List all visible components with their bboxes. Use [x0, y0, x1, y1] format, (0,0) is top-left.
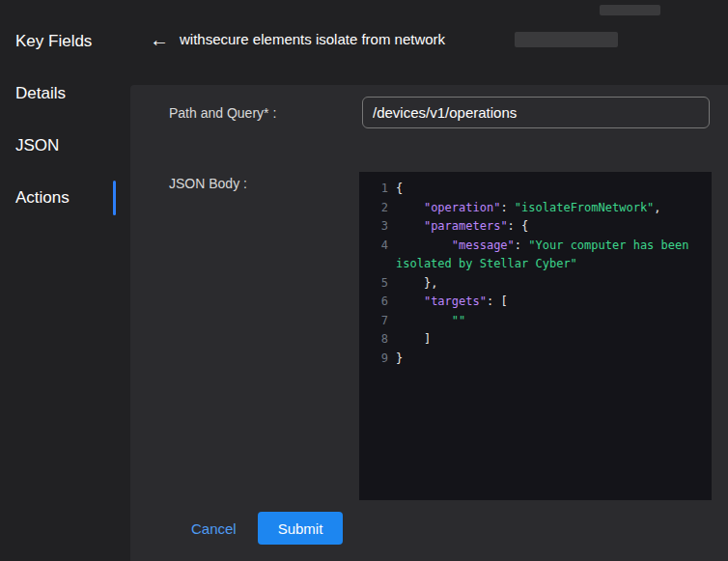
line-number: 3 [365, 217, 396, 237]
sidebar-item-label: Key Fields [15, 32, 92, 51]
line-number: 7 [365, 312, 396, 331]
code-line: 5 }, [365, 274, 704, 294]
code-text: "operation": "isolateFromNetwork", [396, 199, 704, 218]
code-text: "" [396, 312, 704, 331]
code-line: 2 "operation": "isolateFromNetwork", [365, 199, 704, 218]
code-text: "targets": [ [396, 293, 704, 312]
code-line: 7 "" [365, 312, 704, 331]
actions-panel: Path and Query* : JSON Body : 1{2 "opera… [130, 85, 728, 561]
line-number: 5 [365, 274, 396, 294]
json-body-label: JSON Body : [169, 176, 247, 191]
code-line: 9} [365, 350, 704, 369]
sidebar-item-label: Actions [15, 188, 70, 208]
code-text: { [396, 180, 704, 199]
line-number: 9 [365, 350, 396, 369]
redacted-block [600, 5, 660, 15]
sidebar-item-label: JSON [15, 136, 59, 155]
page-title: withsecure elements isolate from network [180, 31, 445, 47]
code-line: 1{ [365, 180, 704, 199]
line-number: 4 [365, 237, 396, 256]
header: ← withsecure elements isolate from netwo… [116, 0, 728, 85]
sidebar-item-label: Details [15, 84, 66, 103]
json-editor-content: 1{2 "operation": "isolateFromNetwork",3 … [365, 180, 704, 368]
json-body-editor[interactable]: 1{2 "operation": "isolateFromNetwork",3 … [359, 172, 712, 500]
line-number: 2 [365, 199, 396, 218]
active-tab-indicator [113, 181, 116, 215]
sidebar-item-actions[interactable]: Actions [0, 172, 116, 224]
line-number: 8 [365, 330, 396, 350]
back-arrow-icon[interactable]: ← [147, 27, 172, 52]
submit-button[interactable]: Submit [258, 512, 343, 545]
sidebar-item-key-fields[interactable]: Key Fields [0, 15, 116, 68]
code-text: "parameters": { [396, 217, 704, 237]
path-query-input[interactable] [362, 97, 710, 128]
path-query-label: Path and Query* : [169, 105, 276, 121]
line-number: 1 [365, 180, 396, 199]
code-line: 6 "targets": [ [365, 293, 704, 312]
code-line: 4 "message": "Your computer has been iso… [365, 237, 704, 274]
redacted-block [515, 32, 618, 47]
code-line: 8 ] [365, 330, 704, 350]
line-number: 6 [365, 293, 396, 312]
code-text: "message": "Your computer has been isola… [396, 237, 704, 274]
code-text: ] [396, 330, 704, 350]
sidebar: Key FieldsDetailsJSONActions [0, 0, 116, 561]
sidebar-item-json[interactable]: JSON [0, 120, 116, 172]
cancel-button[interactable]: Cancel [185, 519, 242, 538]
code-line: 3 "parameters": { [365, 217, 704, 237]
app-window: Key FieldsDetailsJSONActions ← withsecur… [0, 0, 728, 561]
code-text: }, [396, 274, 704, 294]
sidebar-item-details[interactable]: Details [0, 68, 116, 120]
code-text: } [396, 350, 704, 369]
